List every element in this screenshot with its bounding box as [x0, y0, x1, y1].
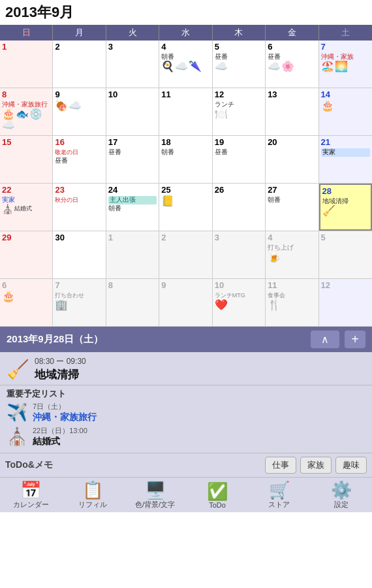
day-15[interactable]: 15 — [0, 136, 53, 183]
dow-sun: 日 — [0, 25, 53, 41]
nav-color[interactable]: 🖥️ 色/背景/文字 — [135, 482, 175, 510]
imp-event-1-icon: ✈️ — [7, 402, 27, 423]
day-oct-3[interactable]: 3 — [213, 231, 266, 278]
day-23[interactable]: 23 秋分の日 — [53, 184, 106, 231]
store-nav-icon: 🛒 — [269, 482, 290, 498]
nav-todo[interactable]: ✅ ToDo — [198, 483, 237, 509]
settings-nav-label: 設定 — [334, 500, 349, 510]
calendar-grid: 日 月 火 水 木 金 土 1 2 3 4 朝番 🍳☁️🌂 5 昼番 ☁️ — [0, 25, 372, 327]
day-27[interactable]: 27 朝番 — [266, 184, 318, 231]
day-oct-4[interactable]: 4 打ち上げ 🍺 — [266, 231, 318, 278]
event-detail-section: 🧹 08:30 ー 09:30 地域清掃 — [0, 352, 372, 385]
day-oct-10[interactable]: 10 ランチMTG ❤️ — [213, 279, 266, 326]
color-nav-icon: 🖥️ — [145, 482, 166, 498]
day-num-1: 1 — [2, 42, 50, 53]
day-29[interactable]: 29 — [0, 231, 53, 278]
day-of-week-row: 日 月 火 水 木 金 土 — [0, 25, 372, 41]
imp-event-1-name: 沖縄・家族旅行 — [33, 412, 97, 423]
nav-settings[interactable]: ⚙️ 設定 — [322, 482, 361, 510]
day-10[interactable]: 10 — [106, 88, 159, 135]
chevron-button[interactable]: ∧ — [311, 331, 339, 348]
todo-memo-label: ToDo&メモ — [5, 459, 261, 471]
important-events-section: 重要予定リスト ✈️ 7日（土） 沖縄・家族旅行 ⛪ 22日（日）13:00 結… — [0, 385, 372, 453]
week-row-1: 1 2 3 4 朝番 🍳☁️🌂 5 昼番 ☁️ 6 昼番 ☁️🌸 — [0, 41, 372, 88]
week-row-4: 22 実家 ⛪ 結婚式 23 秋分の日 24 主人出張 朝番 25 📒 26 2… — [0, 184, 372, 231]
dow-thu: 木 — [213, 25, 266, 41]
settings-nav-icon: ⚙️ — [331, 482, 352, 498]
tag-hobby-button[interactable]: 趣味 — [335, 457, 367, 474]
nav-refill[interactable]: 📋 リフィル — [73, 482, 112, 510]
store-nav-label: ストア — [268, 500, 290, 510]
nav-calendar[interactable]: 📅 カレンダー — [11, 482, 50, 510]
day-oct-11[interactable]: 11 食事会 🍴 — [266, 279, 318, 326]
calendar-nav-icon: 📅 — [20, 482, 41, 498]
calendar-nav-label: カレンダー — [13, 500, 49, 510]
week-row-5: 29 30 1 2 3 4 打ち上げ 🍺 5 — [0, 231, 372, 279]
day-12[interactable]: 12 ランチ 🍽️ — [213, 88, 266, 135]
day-14[interactable]: 14 🎂 — [319, 88, 372, 135]
add-event-button[interactable]: + — [345, 331, 365, 348]
day-oct-5[interactable]: 5 — [319, 231, 372, 278]
day-30[interactable]: 30 — [53, 231, 106, 278]
day-6[interactable]: 6 昼番 ☁️🌸 — [266, 41, 318, 88]
imp-event-2-name: 結婚式 — [33, 436, 87, 448]
day-20[interactable]: 20 — [266, 136, 318, 183]
tag-family-button[interactable]: 家族 — [300, 457, 332, 474]
todo-nav-icon: ✅ — [207, 483, 228, 500]
day-21[interactable]: 21 実家 — [319, 136, 372, 183]
day-8[interactable]: 8 沖縄・家族旅行 🎂🐟💿☁️ — [0, 88, 53, 135]
day-26[interactable]: 26 — [213, 184, 266, 231]
day-oct-1[interactable]: 1 — [106, 231, 159, 278]
day-oct-12[interactable]: 12 — [319, 279, 372, 326]
week-row-3: 15 16 敬老の日 昼番 17 昼番 18 朝番 19 昼番 20 21 実家 — [0, 136, 372, 184]
day-4[interactable]: 4 朝番 🍳☁️🌂 — [159, 41, 212, 88]
day-2[interactable]: 2 — [53, 41, 106, 88]
day-oct-2[interactable]: 2 — [159, 231, 212, 278]
dow-tue: 火 — [106, 25, 159, 41]
day-19[interactable]: 19 昼番 — [213, 136, 266, 183]
imp-event-2-icon: ⛪ — [7, 427, 27, 447]
event-icon: 🧹 — [7, 359, 29, 380]
nav-store[interactable]: 🛒 ストア — [260, 482, 299, 510]
day-3[interactable]: 3 — [106, 41, 159, 88]
refill-nav-label: リフィル — [78, 500, 107, 510]
week-row-2: 8 沖縄・家族旅行 🎂🐟💿☁️ 9 🍖☁️ 10 11 12 ランチ 🍽️ — [0, 88, 372, 136]
day-13[interactable]: 13 — [266, 88, 318, 135]
dow-fri: 金 — [266, 25, 318, 41]
important-events-title: 重要予定リスト — [7, 388, 365, 400]
imp-event-2-date: 22日（日）13:00 — [33, 426, 87, 436]
day-1[interactable]: 1 — [0, 41, 53, 88]
important-event-2[interactable]: ⛪ 22日（日）13:00 結婚式 — [7, 426, 365, 448]
event-name: 地域清掃 — [35, 367, 86, 382]
color-nav-label: 色/背景/文字 — [135, 500, 175, 510]
day-24[interactable]: 24 主人出張 朝番 — [106, 184, 159, 231]
important-event-1[interactable]: ✈️ 7日（土） 沖縄・家族旅行 — [7, 402, 365, 423]
calendar-header: 2013年9月 — [0, 0, 372, 25]
day-detail-panel: 2013年9月28日（土） ∧ + — [0, 327, 372, 352]
day-17[interactable]: 17 昼番 — [106, 136, 159, 183]
day-oct-6[interactable]: 6 🎂 — [0, 279, 53, 326]
event-time: 08:30 ー 09:30 — [35, 356, 86, 367]
day-11[interactable]: 11 — [159, 88, 212, 135]
day-28[interactable]: 28 地域清掃 🧹 — [319, 184, 372, 231]
month-year-title: 2013年9月 — [5, 4, 74, 20]
dow-sat: 土 — [319, 25, 372, 41]
day-oct-8[interactable]: 8 — [106, 279, 159, 326]
bottom-navigation: 📅 カレンダー 📋 リフィル 🖥️ 色/背景/文字 ✅ ToDo 🛒 ストア ⚙… — [0, 477, 372, 512]
refill-nav-icon: 📋 — [82, 482, 103, 498]
todo-memo-bar: ToDo&メモ 仕事 家族 趣味 — [0, 453, 372, 477]
day-22[interactable]: 22 実家 ⛪ 結婚式 — [0, 184, 53, 231]
day-16[interactable]: 16 敬老の日 昼番 — [53, 136, 106, 183]
dow-mon: 月 — [53, 25, 106, 41]
day-oct-9[interactable]: 9 — [159, 279, 212, 326]
tag-work-button[interactable]: 仕事 — [265, 457, 296, 474]
day-oct-7[interactable]: 7 打ち合わせ 🏢 — [53, 279, 106, 326]
dow-wed: 水 — [159, 25, 212, 41]
day-5[interactable]: 5 昼番 ☁️ — [213, 41, 266, 88]
selected-date-label: 2013年9月28日（土） — [7, 333, 311, 346]
day-7[interactable]: 7 沖縄・家族 🏖️🌅 — [319, 41, 372, 88]
day-9[interactable]: 9 🍖☁️ — [53, 88, 106, 135]
day-25[interactable]: 25 📒 — [159, 184, 212, 231]
day-18[interactable]: 18 朝番 — [159, 136, 212, 183]
week-row-6: 6 🎂 7 打ち合わせ 🏢 8 9 10 ランチMTG ❤️ 11 — [0, 279, 372, 327]
